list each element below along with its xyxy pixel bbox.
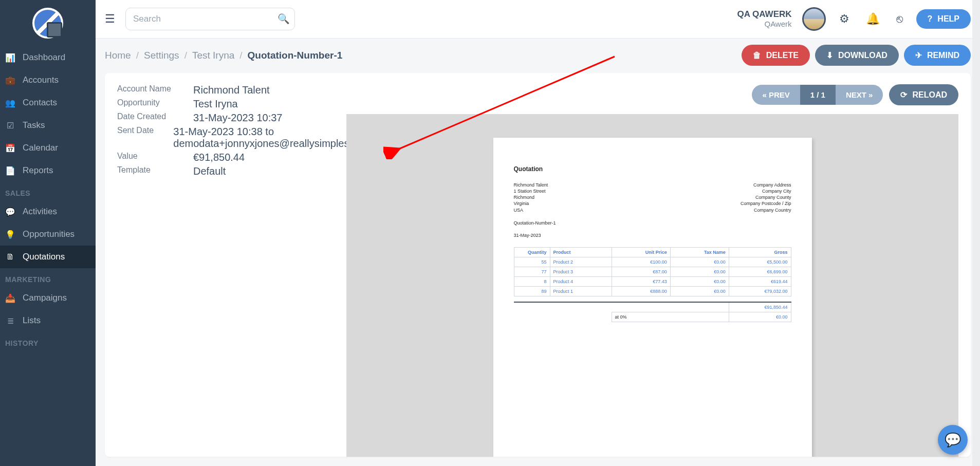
check-icon: ☑: [5, 121, 15, 131]
sheet-ref: Quotation-Number-1: [514, 220, 791, 226]
nav-contacts[interactable]: 👥Contacts: [0, 91, 96, 114]
sheet: Quotation Richmond Talent 1 Station Stre…: [493, 138, 812, 457]
nav-label: Lists: [23, 315, 41, 326]
company-address: Company Address Company City Company Cou…: [741, 182, 791, 213]
value-account: Richmond Talent: [193, 84, 270, 96]
nav-dashboard[interactable]: 📊Dashboard: [0, 46, 96, 69]
line-row: 55Product 2€100.00€0.00€5,500.00: [514, 257, 791, 267]
user-name: QA QAWERK: [737, 9, 791, 20]
gear-icon[interactable]: ⚙: [836, 12, 853, 26]
section-marketing: MARKETING: [0, 268, 96, 287]
nav-tasks[interactable]: ☑Tasks: [0, 114, 96, 137]
page-head: Home/ Settings/ Test Iryna/ Quotation-Nu…: [96, 39, 980, 69]
nav-label: Tasks: [23, 120, 45, 131]
briefcase-icon: 💼: [5, 76, 15, 85]
section-history: HISTORY: [0, 332, 96, 350]
action-buttons: 🗑DELETE ⬇DOWNLOAD ✈REMIND: [742, 45, 971, 66]
label-sent-date: Sent Date: [117, 126, 173, 150]
avatar[interactable]: [802, 7, 826, 31]
nav-label: Opportunities: [23, 229, 75, 239]
nav-label: Contacts: [23, 98, 57, 108]
reload-button[interactable]: ⟳RELOAD: [889, 84, 958, 105]
pager-indicator: 1 / 1: [800, 85, 836, 105]
nav-label: Activities: [23, 207, 57, 217]
pager-next[interactable]: NEXT »: [836, 85, 883, 105]
crumb-parent[interactable]: Test Iryna: [192, 50, 234, 61]
pdf-preview[interactable]: Quotation Richmond Talent 1 Station Stre…: [346, 114, 958, 457]
sheet-total: €91,850.44: [729, 302, 791, 312]
nav-label: Campaigns: [23, 293, 67, 303]
calendar-icon: 📅: [5, 143, 15, 153]
label-opportunity: Opportunity: [117, 98, 193, 110]
search-input[interactable]: [125, 8, 295, 30]
value-opportunity: Test Iryna: [193, 98, 238, 110]
user-block[interactable]: QA QAWERK QAwerk: [737, 9, 791, 29]
chat-icon: 💬: [5, 207, 15, 217]
line-row: 8Product 4€77.43€0.00€619.44: [514, 276, 791, 286]
pager: « PREV 1 / 1 NEXT »: [752, 85, 883, 105]
nav-quotations[interactable]: 🗎Quotations: [0, 246, 96, 268]
dashboard-icon: 📊: [5, 53, 15, 63]
nav-label: Accounts: [23, 75, 59, 85]
nav-label: Calendar: [23, 143, 58, 153]
logout-icon[interactable]: ⎋: [893, 12, 906, 26]
label-value: Value: [117, 152, 193, 163]
download-icon: ⬇: [826, 50, 833, 60]
delete-button[interactable]: 🗑DELETE: [742, 45, 810, 66]
download-button[interactable]: ⬇DOWNLOAD: [815, 45, 899, 66]
main-area: ☰ 🔍 QA QAWERK QAwerk ⚙ 🔔 ⎋ ?HELP Home/ S…: [96, 0, 980, 466]
sheet-date: 31-May-2023: [514, 233, 791, 238]
list-icon: ≣: [5, 316, 15, 326]
question-icon: ?: [928, 14, 933, 24]
logo[interactable]: [0, 0, 96, 46]
reload-icon: ⟳: [900, 90, 907, 100]
quotation-card: Account NameRichmond Talent OpportunityT…: [105, 73, 971, 457]
line-row: 89Product 1€888.00€0.00€79,032.00: [514, 286, 791, 296]
nav-label: Dashboard: [23, 52, 65, 63]
nav-reports[interactable]: 📄Reports: [0, 159, 96, 182]
search-wrap: 🔍: [125, 8, 295, 30]
nav-opportunities[interactable]: 💡Opportunities: [0, 223, 96, 246]
trash-icon: 🗑: [753, 51, 761, 60]
client-address: Richmond Talent 1 Station Street Richmon…: [514, 182, 548, 213]
inbox-icon: 📥: [5, 293, 15, 303]
people-icon: 👥: [5, 98, 15, 108]
file-icon: 📄: [5, 166, 15, 176]
nav-campaigns[interactable]: 📥Campaigns: [0, 287, 96, 309]
nav-accounts[interactable]: 💼Accounts: [0, 69, 96, 91]
user-org: QAwerk: [737, 20, 791, 29]
topbar: ☰ 🔍 QA QAWERK QAwerk ⚙ 🔔 ⎋ ?HELP: [96, 0, 980, 39]
sidebar: 📊Dashboard 💼Accounts 👥Contacts ☑Tasks 📅C…: [0, 0, 96, 466]
section-sales: SALES: [0, 182, 96, 200]
bell-icon[interactable]: 🔔: [863, 12, 883, 26]
nav-label: Quotations: [23, 252, 65, 262]
value-date-created: 31-May-2023 10:37: [193, 112, 282, 124]
label-date-created: Date Created: [117, 112, 193, 124]
doc-icon: 🗎: [5, 252, 15, 262]
nav-lists[interactable]: ≣Lists: [0, 309, 96, 332]
line-table: Quantity Product Unit Price Tax Name Gro…: [514, 247, 791, 323]
menu-toggle-icon[interactable]: ☰: [105, 12, 115, 26]
help-button[interactable]: ?HELP: [916, 9, 971, 29]
search-icon[interactable]: 🔍: [278, 13, 290, 25]
chat-fab[interactable]: 💬: [938, 425, 968, 455]
chat-bubble-icon: 💬: [945, 432, 961, 448]
crumb-current: Quotation-Number-1: [248, 50, 343, 61]
sheet-title: Quotation: [514, 165, 791, 173]
crumb-home[interactable]: Home: [105, 50, 131, 61]
nav-label: Reports: [23, 165, 53, 176]
pager-prev[interactable]: « PREV: [752, 85, 800, 105]
label-template: Template: [117, 165, 193, 177]
send-icon: ✈: [915, 50, 922, 60]
breadcrumb: Home/ Settings/ Test Iryna/ Quotation-Nu…: [105, 50, 342, 61]
value-value: €91,850.44: [193, 152, 245, 163]
nav-activities[interactable]: 💬Activities: [0, 200, 96, 223]
line-row: 77Product 3€87.00€0.00€6,699.00: [514, 267, 791, 276]
label-account: Account Name: [117, 84, 193, 96]
remind-button[interactable]: ✈REMIND: [904, 45, 971, 66]
value-template: Default: [193, 165, 226, 177]
nav-calendar[interactable]: 📅Calendar: [0, 137, 96, 159]
bulb-icon: 💡: [5, 230, 15, 239]
crumb-settings[interactable]: Settings: [144, 50, 179, 61]
browser-scrollbar[interactable]: [972, 0, 980, 466]
